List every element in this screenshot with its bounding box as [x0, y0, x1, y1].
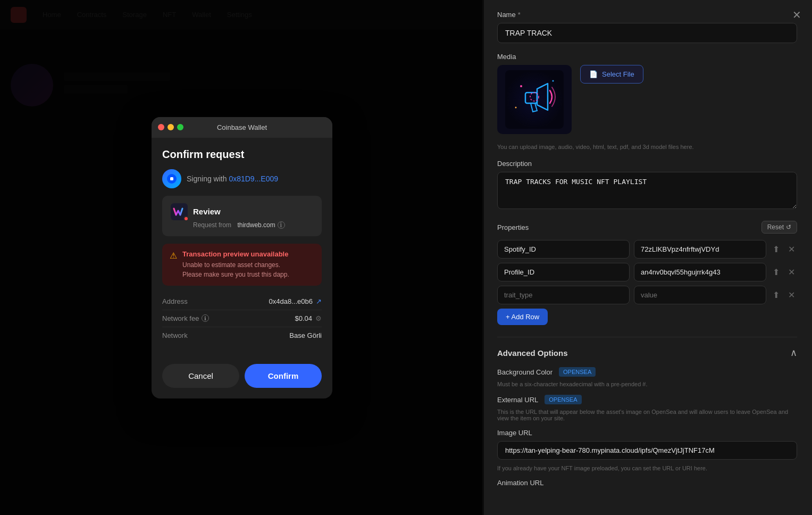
- review-source: Request from thirdweb.com ℹ: [193, 221, 313, 229]
- warning-content: Transaction preview unavailable Unable t…: [182, 250, 289, 279]
- prop1-delete-button[interactable]: ✕: [786, 242, 797, 256]
- confirm-request-title: Confirm request: [162, 148, 322, 161]
- upload-hint: You can upload image, audio, video, html…: [497, 144, 797, 150]
- review-label: Review: [193, 207, 221, 216]
- media-preview: [497, 65, 572, 134]
- review-header: Review: [171, 203, 313, 220]
- property-row-1: ⬆ ✕: [497, 240, 797, 259]
- select-file-area: 📄 Select File: [580, 65, 643, 84]
- traffic-light-yellow[interactable]: [168, 124, 174, 130]
- media-section: 📄 Select File: [497, 65, 797, 134]
- external-url-label: External URL OPENSEA: [497, 395, 797, 404]
- advanced-options-section: Advanced Options ∧ Background Color OPEN…: [497, 337, 797, 487]
- svg-point-3: [553, 80, 554, 82]
- prop3-upload-button[interactable]: ⬆: [771, 288, 782, 302]
- close-button[interactable]: ✕: [792, 9, 801, 21]
- image-url-label: Image URL: [497, 429, 797, 437]
- address-row: Address 0x4da8...e0b6 ↗: [162, 293, 322, 310]
- cancel-button[interactable]: Cancel: [162, 364, 239, 388]
- signing-row: Signing with 0x81D9...E009: [162, 169, 322, 188]
- animation-url-label: Animation URL: [497, 479, 797, 487]
- info-circle-icon: ℹ: [278, 221, 285, 229]
- review-section: Review Request from thirdweb.com ℹ: [162, 196, 322, 236]
- wallet-modal-body: Confirm request Signing with 0x81D9...E0…: [152, 138, 332, 364]
- bg-color-label: Background Color OPENSEA: [497, 367, 797, 377]
- prop1-upload-button[interactable]: ⬆: [771, 242, 782, 256]
- prop2-upload-button[interactable]: ⬆: [771, 265, 782, 279]
- review-icon-wrap: [171, 203, 188, 220]
- select-file-button[interactable]: 📄 Select File: [580, 65, 643, 84]
- network-fee-row: Network fee ℹ $0.04 ⚙: [162, 310, 322, 327]
- bg-color-hint: Must be a six-character hexadecimal with…: [497, 381, 797, 387]
- advanced-title: Advanced Options: [497, 348, 568, 358]
- wallet-modal-title: Coinbase Wallet: [217, 123, 267, 131]
- properties-header: Properties Reset ↺: [497, 221, 797, 234]
- svg-point-2: [520, 85, 522, 87]
- warning-title: Transaction preview unavailable: [182, 250, 289, 258]
- nft-form-panel: ✕ Name * Media: [482, 0, 812, 515]
- advanced-options-header: Advanced Options ∧: [497, 347, 797, 359]
- reset-button[interactable]: Reset ↺: [761, 221, 797, 234]
- properties-label: Properties: [497, 223, 529, 231]
- prop3-value-input[interactable]: [634, 286, 766, 304]
- file-icon: 📄: [589, 70, 598, 78]
- image-url-input[interactable]: [497, 441, 797, 460]
- network-fee-label: Network fee ℹ: [162, 314, 209, 322]
- wallet-titlebar: Coinbase Wallet: [152, 117, 332, 138]
- prop1-key-input[interactable]: [497, 240, 630, 259]
- external-link-icon[interactable]: ↗: [316, 297, 322, 305]
- external-url-hint: This is the URL that will appear below t…: [497, 409, 797, 421]
- external-url-badge: OPENSEA: [545, 395, 581, 404]
- address-label: Address: [162, 297, 188, 305]
- confirm-button[interactable]: Confirm: [245, 364, 322, 388]
- svg-point-4: [515, 107, 517, 109]
- modal-footer: Cancel Confirm: [152, 364, 332, 398]
- network-label: Network: [162, 331, 188, 339]
- name-label: Name *: [497, 11, 797, 19]
- name-input[interactable]: [497, 23, 797, 43]
- property-row-2: ⬆ ✕: [497, 263, 797, 281]
- description-input[interactable]: TRAP TRACKS FOR MUSIC NFT PLAYLIST: [497, 172, 797, 209]
- traffic-light-green[interactable]: [177, 124, 183, 130]
- bg-color-badge: OPENSEA: [559, 367, 596, 377]
- network-row: Network Base Görli: [162, 327, 322, 344]
- traffic-lights: [158, 124, 183, 130]
- signing-text: Signing with 0x81D9...E009: [187, 175, 278, 183]
- traffic-light-red[interactable]: [158, 124, 164, 130]
- signing-address: 0x81D9...E009: [229, 175, 278, 183]
- reset-icon: ↺: [786, 223, 791, 231]
- prop2-delete-button[interactable]: ✕: [786, 265, 797, 279]
- info-table: Address 0x4da8...e0b6 ↗ Network fee ℹ $0…: [162, 293, 322, 344]
- prop3-delete-button[interactable]: ✕: [786, 288, 797, 302]
- warning-box: ⚠ Transaction preview unavailable Unable…: [162, 244, 322, 286]
- prop3-key-input[interactable]: [497, 286, 630, 304]
- property-row-3: ⬆ ✕: [497, 286, 797, 304]
- media-label: Media: [497, 53, 797, 61]
- warning-icon: ⚠: [170, 251, 177, 279]
- image-url-hint: If you already have your NFT image prelo…: [497, 465, 797, 471]
- request-domain: thirdweb.com: [237, 221, 275, 229]
- wallet-modal: Coinbase Wallet Confirm request Signing …: [152, 117, 332, 398]
- svg-rect-7: [170, 177, 173, 180]
- warning-text: Unable to estimate asset changes.Please …: [182, 260, 289, 279]
- advanced-options-toggle[interactable]: ∧: [790, 347, 797, 359]
- modal-overlay: Coinbase Wallet Confirm request Signing …: [0, 0, 484, 515]
- prop2-key-input[interactable]: [497, 263, 630, 281]
- network-value: Base Görli: [289, 331, 322, 339]
- description-label: Description: [497, 160, 797, 168]
- add-row-button[interactable]: + Add Row: [497, 309, 548, 325]
- prop1-value-input[interactable]: [634, 240, 766, 259]
- address-value: 0x4da8...e0b6 ↗: [269, 297, 322, 305]
- gear-icon[interactable]: ⚙: [315, 314, 322, 322]
- network-fee-info-icon: ℹ: [202, 314, 209, 322]
- prop2-value-input[interactable]: [634, 263, 766, 281]
- signing-icon: [162, 169, 181, 188]
- network-fee-value: $0.04 ⚙: [295, 314, 322, 322]
- review-dot: [183, 216, 189, 221]
